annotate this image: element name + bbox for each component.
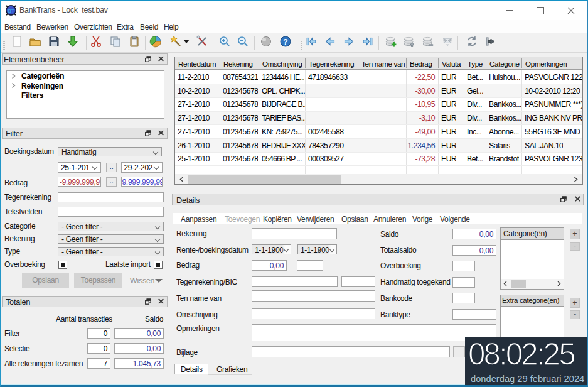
svg-text:BT: BT — [8, 8, 14, 14]
svg-text:?: ? — [283, 38, 287, 46]
